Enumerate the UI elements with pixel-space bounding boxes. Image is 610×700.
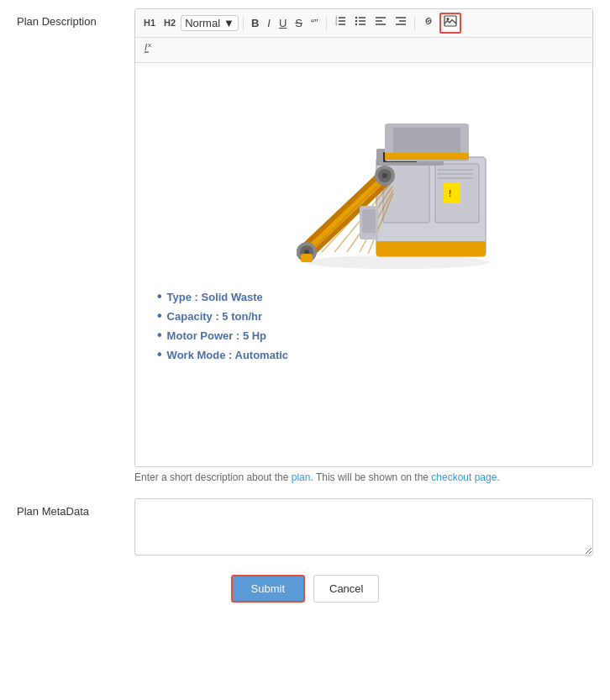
list-align-group: 1. 2. 3. [331, 13, 410, 33]
rte-toolbar-row2: I x [135, 38, 592, 63]
image-button[interactable] [439, 13, 461, 34]
svg-rect-29 [376, 241, 486, 256]
cancel-button[interactable]: Cancel [313, 575, 379, 603]
format-select[interactable]: Normal ▼ [181, 15, 239, 31]
align-left-button[interactable] [371, 13, 390, 33]
rich-text-editor: H1 H2 Normal ▼ B I U S “” [134, 8, 593, 467]
divider-2 [326, 16, 327, 31]
clear-format-button[interactable]: I x [140, 39, 159, 59]
divider-1 [243, 16, 244, 31]
svg-point-10 [355, 20, 356, 22]
plan-metadata-field [134, 498, 593, 558]
svg-rect-36 [385, 153, 469, 160]
divider-3 [414, 16, 415, 31]
bullet-item-1: Type : Solid Waste [157, 289, 579, 304]
plan-metadata-input[interactable] [134, 498, 593, 555]
svg-point-24 [305, 255, 490, 269]
media-group [419, 13, 461, 34]
chevron-down-icon: ▼ [223, 17, 234, 29]
svg-point-51 [382, 173, 387, 178]
svg-rect-35 [393, 128, 460, 157]
h2-button[interactable]: H2 [160, 15, 179, 31]
svg-point-9 [355, 17, 356, 18]
hint-highlight-checkout: checkout page [431, 471, 497, 483]
italic-button[interactable]: I [264, 14, 274, 33]
format-group: B I U S “” [248, 14, 322, 33]
strikethrough-button[interactable]: S [292, 14, 306, 33]
plan-metadata-row: Plan MetaData [17, 498, 593, 558]
svg-rect-54 [362, 209, 376, 233]
svg-text:x: x [148, 41, 151, 49]
bold-button[interactable]: B [248, 14, 262, 33]
align-right-button[interactable] [392, 13, 410, 33]
submit-button[interactable]: Submit [231, 575, 305, 603]
blockquote-button[interactable]: “” [308, 14, 322, 33]
unordered-list-button[interactable] [351, 13, 370, 33]
h1-button[interactable]: H1 [140, 15, 159, 31]
rte-toolbar: H1 H2 Normal ▼ B I U S “” [135, 9, 592, 38]
content-bullets: Type : Solid Waste Capacity : 5 ton/hr M… [149, 289, 579, 362]
bullet-item-3: Motor Power : 5 Hp [157, 328, 579, 343]
svg-text:3.: 3. [335, 22, 338, 26]
plan-description-row: Plan Description H1 H2 Normal ▼ B I U S [17, 8, 593, 483]
description-hint: Enter a short description about the plan… [134, 471, 593, 483]
svg-point-11 [355, 24, 356, 25]
bullet-item-2: Capacity : 5 ton/hr [157, 308, 579, 324]
svg-text:I: I [145, 42, 147, 52]
heading-group: H1 H2 [140, 15, 179, 31]
bullet-item-4: Work Mode : Automatic [157, 347, 579, 362]
machine-illustration: ! [229, 73, 498, 275]
svg-rect-55 [444, 182, 460, 203]
svg-point-20 [446, 18, 449, 20]
plan-description-field: H1 H2 Normal ▼ B I U S “” [134, 8, 593, 483]
plan-metadata-label: Plan MetaData [17, 498, 134, 518]
underline-button[interactable]: U [276, 14, 290, 33]
link-button[interactable] [419, 13, 438, 33]
plan-description-label: Plan Description [17, 8, 134, 28]
ordered-list-button[interactable]: 1. 2. 3. [331, 13, 350, 33]
rte-content-area[interactable]: ! Type : Solid Waste Capacity : 5 ton/hr… [135, 63, 592, 466]
format-select-label: Normal [185, 17, 220, 29]
svg-text:!: ! [449, 189, 451, 198]
hint-highlight-plan: plan [292, 471, 311, 483]
action-buttons: Submit Cancel [17, 575, 593, 603]
machine-image-area: ! [149, 73, 579, 277]
svg-rect-52 [301, 254, 313, 262]
svg-line-18 [427, 20, 429, 23]
